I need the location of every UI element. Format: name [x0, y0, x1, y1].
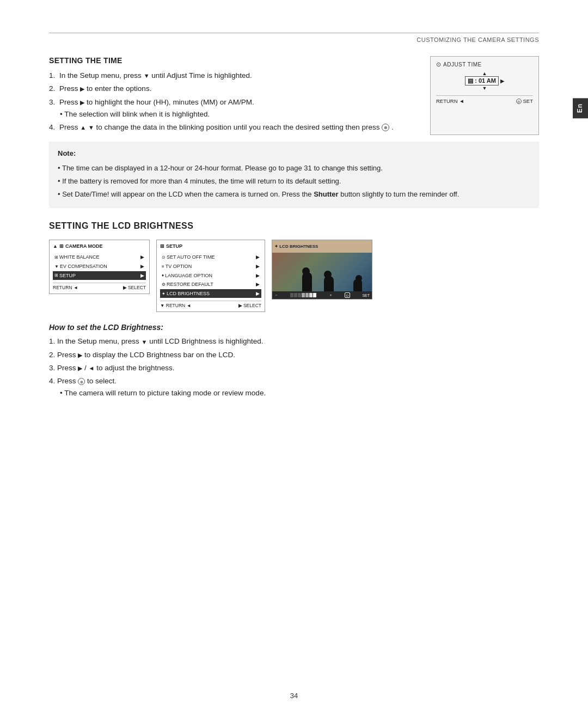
ev-icon: ▼ — [54, 264, 59, 270]
time-step-4: 4. Press ▲ ▼ to change the data in the b… — [49, 122, 414, 133]
set-btn-b4: ⊕ — [78, 378, 85, 385]
camera-mode-text: CAMERA MODE — [65, 243, 103, 249]
menu-item-language: ♦ LANGUAGE OPTION ▶ — [160, 271, 261, 280]
setup-bottom-nav: ▼ RETURN ◄ ▶ SELECT — [160, 301, 261, 308]
down-arrow-icon-2: ▼ — [88, 123, 94, 132]
brightness-step-4: 4. Press ⊕ to select. The camera will re… — [49, 376, 539, 399]
right-arrow-b3: ▶ — [78, 364, 82, 373]
down-arrow-icon: ▼ — [144, 71, 150, 81]
brightness-arrow: ▶ — [256, 290, 260, 297]
brightness-set-icon: D — [345, 292, 350, 298]
lang-arrow: ▶ — [256, 272, 260, 279]
camera-mode-icon-2: ⊞ — [59, 243, 64, 249]
lcd-set-label: D SET — [516, 98, 533, 104]
time-step-3: 3. Press ▶ to highlight the hour (HH), m… — [49, 97, 414, 120]
menu-item-tv: ≡ TV OPTION ▶ — [160, 262, 261, 271]
brightness-scale — [290, 293, 316, 297]
section-time-title: SETTING THE TIME — [49, 56, 414, 65]
tv-icon: ≡ — [162, 264, 164, 270]
header-label: CUSTOMIZING THE CAMERA SETTINGS — [416, 36, 539, 43]
en-language-tab: En — [573, 98, 588, 118]
right-arrow-icon: ▶ — [80, 84, 84, 94]
time-step-1: 1. In the Setup menu, press ▼ until Adju… — [49, 70, 414, 81]
down-arrow-b1: ▼ — [142, 338, 148, 347]
lcd-adjust-time-header: ⊙ ADJUST TIME — [436, 61, 533, 68]
setup-icon-cm: ⊞ — [54, 272, 58, 278]
setup-return: ▼ RETURN ◄ — [160, 303, 191, 308]
camera-mode-select: ▶ SELECT — [123, 285, 146, 290]
restore-arrow: ▶ — [256, 281, 260, 288]
scale-6 — [309, 293, 313, 297]
section-brightness-title: SETTING THE LCD BRIGHTNESS — [49, 221, 539, 231]
setup-title-icon: ⊞ — [160, 243, 164, 249]
brightness-step-4-sub: The camera will return to picture taking… — [49, 388, 539, 399]
screenshots-row: ▲ ⊞ CAMERA MODE ⊞ WHITE BALANCE ▶ ▼ EV C… — [49, 240, 539, 312]
up-arrow-icon: ▲ — [80, 123, 86, 132]
scale-7 — [313, 293, 316, 297]
auto-off-icon: ⊙ — [162, 254, 166, 260]
lcd-setup-title: ⊞ SETUP — [160, 243, 261, 251]
brightness-step-1: 1. In the Setup menu, press ▼ until LCD … — [49, 336, 539, 347]
lang-icon: ♦ — [162, 272, 164, 278]
silhouette-2 — [324, 276, 334, 291]
lcd-camera-mode-title: ▲ ⊞ CAMERA MODE — [53, 243, 146, 251]
lcd-brightness-header: ✦ LCD BRIGHTNESS — [272, 240, 372, 253]
lcd-time-display: ▲ ▤ : 01 AM ▶ ▼ — [436, 71, 533, 91]
brightness-step-3: 3. Press ▶ / ◄ to adjust the brightness. — [49, 363, 539, 374]
brightness-minus: － — [274, 292, 278, 298]
page-number: 34 — [290, 692, 298, 700]
page-container: CUSTOMIZING THE CAMERA SETTINGS En SETTI… — [0, 0, 588, 727]
brightness-step-2: 2. Press ▶ to display the LCD Brightness… — [49, 350, 539, 361]
scale-1 — [290, 293, 293, 297]
setting-time-content: SETTING THE TIME 1. In the Setup menu, p… — [49, 56, 414, 135]
wb-arrow: ▶ — [140, 254, 144, 261]
setup-arrow: ▶ — [140, 272, 144, 279]
right-arrow-icon-2: ▶ — [80, 98, 84, 107]
lcd-down-arrow: ▼ — [482, 85, 487, 91]
set-button-icon: ⊕ — [382, 124, 389, 131]
menu-item-ev: ▼ EV COMPENSATION ▶ — [53, 262, 146, 271]
brightness-controls-bar: － ＋ D SET — [272, 291, 372, 299]
brightness-plus: ＋ — [329, 292, 333, 298]
wb-icon: ⊞ — [54, 254, 58, 260]
lcd-time-text: ▤ : 01 AM — [465, 76, 499, 85]
time-step-3-sub: The selection will blink when it is high… — [49, 109, 414, 120]
shutter-bold-text: Shutter — [314, 190, 339, 198]
ev-arrow: ▶ — [140, 263, 144, 270]
lcd-brightness-title: ✦ LCD BRIGHTNESS — [274, 244, 318, 249]
tv-arrow: ▶ — [256, 263, 260, 270]
how-to-brightness: How to set the LCD Brightness: 1. In the… — [49, 323, 539, 399]
right-arrow-b2: ▶ — [78, 351, 82, 360]
lcd-up-arrow: ▲ — [482, 71, 487, 76]
menu-item-setup: ⊞ SETUP ▶ — [53, 271, 146, 280]
time-instructions: 1. In the Setup menu, press ▼ until Adju… — [49, 70, 414, 133]
lcd-header-text: ADJUST TIME — [443, 62, 482, 68]
brightness-set-text: SET — [362, 294, 370, 297]
left-arrow-b3: ◄ — [89, 364, 95, 373]
lcd-brightness-photo-mockup: ✦ LCD BRIGHTNESS － — [272, 240, 372, 300]
camera-mode-bottom-nav: RETURN ◄ ▶ SELECT — [53, 283, 146, 290]
clock-icon: ⊙ — [436, 61, 441, 68]
lcd-right-arrow-time: ▶ — [500, 78, 504, 84]
page-header: CUSTOMIZING THE CAMERA SETTINGS — [49, 33, 539, 43]
how-to-title: How to set the LCD Brightness: — [49, 323, 539, 332]
brightness-photo — [272, 253, 372, 291]
lcd-bottom-bar: RETURN ◄ D SET — [436, 95, 533, 104]
setup-title-text: SETUP — [166, 243, 182, 249]
scale-4 — [302, 293, 305, 297]
brightness-icon: ✦ — [162, 291, 166, 297]
scale-2 — [294, 293, 297, 297]
brightness-instructions: 1. In the Setup menu, press ▼ until LCD … — [49, 336, 539, 399]
time-step-2: 2. Press ▶ to enter the options. — [49, 83, 414, 94]
note-list: The time can be displayed in a 12-hour o… — [58, 163, 530, 200]
setup-select: ▶ SELECT — [238, 303, 261, 308]
lcd-return-label: RETURN ◄ — [436, 98, 464, 104]
menu-item-auto-off: ⊙ SET AUTO OFF TIME ▶ — [160, 253, 261, 262]
note-box: Note: The time can be displayed in a 12-… — [49, 142, 539, 208]
silhouette-1 — [302, 272, 312, 291]
note-item-2: If the battery is removed for more than … — [58, 176, 530, 187]
setting-brightness-section: SETTING THE LCD BRIGHTNESS ▲ ⊞ CAMERA MO… — [49, 221, 539, 399]
adjust-time-lcd: ⊙ ADJUST TIME ▲ ▤ : 01 AM ▶ ▼ RETURN ◄ D… — [430, 56, 539, 135]
scale-5 — [305, 293, 309, 297]
camera-mode-return: RETURN ◄ — [53, 285, 78, 290]
